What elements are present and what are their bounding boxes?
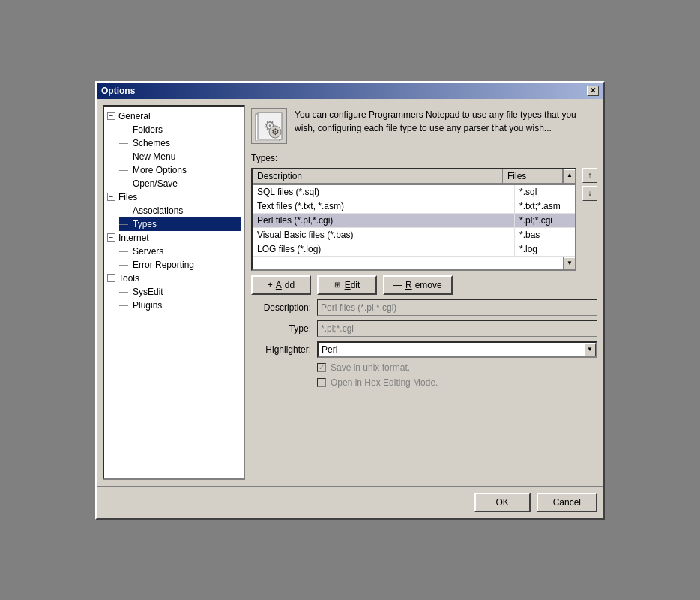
cell-description: Perl files (*.pl,*.cgi) xyxy=(253,214,515,227)
tree-connector: — xyxy=(119,258,128,272)
tree-child-label: Open/Save xyxy=(131,177,178,190)
expander-files[interactable]: − xyxy=(107,193,115,201)
scrollbar-down-btn[interactable]: ▼ xyxy=(564,257,575,269)
edit-button[interactable]: ⊞ Edit xyxy=(317,275,377,295)
types-label: Types: xyxy=(251,153,597,164)
cell-files: *.sql xyxy=(515,185,575,199)
tree-root-tools[interactable]: −Tools xyxy=(107,272,241,285)
tree-group-general: −General—Folders—Schemes—New Menu—More O… xyxy=(107,110,241,190)
add-icon: + xyxy=(268,280,273,290)
expander-tools[interactable]: − xyxy=(107,274,115,282)
close-button[interactable]: ✕ xyxy=(587,86,599,96)
type-row: Type: xyxy=(251,320,597,337)
type-label: Type: xyxy=(251,323,311,334)
table-header: Description Files ▲ xyxy=(253,170,575,185)
table-row[interactable]: SQL files (*.sql) *.sql xyxy=(253,185,575,200)
tree-group-label-internet: Internet xyxy=(118,231,149,244)
tree-root-files[interactable]: −Files xyxy=(107,190,241,204)
ok-button[interactable]: OK xyxy=(474,493,531,512)
tree-connector: — xyxy=(119,218,128,231)
tree-root-internet[interactable]: −Internet xyxy=(107,231,241,244)
right-panel: ⚙ ⚙ You can configure Programmers Notepa… xyxy=(251,105,597,480)
tree-children-internet: —Servers—Error Reporting xyxy=(107,244,241,272)
tree-child-label: Error Reporting xyxy=(131,258,194,272)
cancel-button[interactable]: Cancel xyxy=(537,493,597,512)
checkbox-unix[interactable]: ✓ xyxy=(317,363,326,372)
dialog-title: Options xyxy=(101,86,135,96)
highlighter-dropdown-arrow[interactable]: ▼ xyxy=(584,343,596,356)
cell-files: *.bas xyxy=(515,228,575,242)
svg-text:⚙: ⚙ xyxy=(271,127,280,137)
table-row[interactable]: Visual Basic files (*.bas) *.bas xyxy=(253,228,575,242)
options-dialog: Options ✕ −General—Folders—Schemes—New M… xyxy=(95,81,605,520)
tree-connector: — xyxy=(119,164,128,177)
highlighter-select[interactable]: Perl ▼ xyxy=(317,341,597,358)
tree-item-plugins[interactable]: —Plugins xyxy=(119,298,241,312)
tree-item-schemes[interactable]: —Schemes xyxy=(119,136,241,150)
tree-group-label-tools: Tools xyxy=(118,272,139,285)
cell-files: *.txt;*.asm xyxy=(515,200,575,213)
sort-down-btn[interactable]: ↓ xyxy=(582,186,597,201)
checkbox-hex[interactable] xyxy=(317,378,326,387)
tree-connector: — xyxy=(119,177,128,190)
cell-files: *.log xyxy=(515,242,575,256)
dialog-body: −General—Folders—Schemes—New Menu—More O… xyxy=(97,99,603,486)
tree-item-error-reporting[interactable]: —Error Reporting xyxy=(119,258,241,272)
add-button[interactable]: + Add xyxy=(251,275,311,295)
tree-group-internet: −Internet—Servers—Error Reporting xyxy=(107,231,241,272)
table-row[interactable]: LOG files (*.log) *.log xyxy=(253,242,575,256)
expander-internet[interactable]: − xyxy=(107,233,115,242)
tree-item-folders[interactable]: —Folders xyxy=(119,123,241,136)
tree-item-new-menu[interactable]: —New Menu xyxy=(119,150,241,164)
tree-item-servers[interactable]: —Servers xyxy=(119,244,241,258)
tree-root-general[interactable]: −General xyxy=(107,110,241,123)
description-label: Description: xyxy=(251,302,311,313)
col-description: Description xyxy=(253,170,503,183)
expander-general[interactable]: − xyxy=(107,112,115,120)
description-input[interactable] xyxy=(317,299,597,316)
tree-group-label-general: General xyxy=(118,110,151,123)
cell-description: LOG files (*.log) xyxy=(253,242,515,256)
tree-connector: — xyxy=(119,150,128,164)
checkbox-hex-row: Open in Hex Editing Mode. xyxy=(317,377,597,388)
type-input[interactable] xyxy=(317,320,597,337)
tree-children-files: —Associations—Types xyxy=(107,204,241,231)
tree-child-label: New Menu xyxy=(131,150,175,164)
tree-item-sysedit[interactable]: —SysEdit xyxy=(119,285,241,298)
info-icon: ⚙ ⚙ xyxy=(251,108,287,144)
tree-connector: — xyxy=(119,298,128,312)
remove-button[interactable]: — Remove xyxy=(383,275,453,295)
edit-icon: ⊞ xyxy=(334,280,340,289)
cell-description: SQL files (*.sql) xyxy=(253,185,515,199)
dialog-footer: OK Cancel xyxy=(97,486,603,518)
tree-item-open-save[interactable]: —Open/Save xyxy=(119,177,241,190)
tree-panel: −General—Folders—Schemes—New Menu—More O… xyxy=(103,105,245,480)
cell-files: *.pl;*.cgi xyxy=(515,214,575,227)
tree-connector: — xyxy=(119,285,128,298)
highlighter-row: Highlighter: Perl ▼ xyxy=(251,341,597,358)
col-files: Files xyxy=(503,170,563,183)
highlighter-label: Highlighter: xyxy=(251,344,311,355)
sort-arrows: ↑ ↓ xyxy=(582,168,597,201)
tree-group-tools: −Tools—SysEdit—Plugins xyxy=(107,272,241,312)
tree-connector: — xyxy=(119,136,128,150)
title-bar: Options ✕ xyxy=(97,82,603,99)
sort-up-btn[interactable]: ↑ xyxy=(582,168,597,183)
checkbox-unix-row: ✓ Save in unix format. xyxy=(317,362,597,373)
table-row[interactable]: Perl files (*.pl,*.cgi) *.pl;*.cgi xyxy=(253,214,575,228)
tree-group-label-files: Files xyxy=(118,190,137,204)
scrollbar-up-btn[interactable]: ▲ xyxy=(564,170,576,182)
table-row[interactable]: Text files (*.txt, *.asm) *.txt;*.asm xyxy=(253,200,575,214)
action-buttons: + Add ⊞ Edit — Remove xyxy=(251,275,597,295)
tree-child-label: Associations xyxy=(131,204,183,218)
tree-item-more-options[interactable]: —More Options xyxy=(119,164,241,177)
tree-group-files: −Files—Associations—Types xyxy=(107,190,241,231)
description-row: Description: xyxy=(251,299,597,316)
tree-connector: — xyxy=(119,244,128,258)
tree-children-general: —Folders—Schemes—New Menu—More Options—O… xyxy=(107,123,241,190)
tree-child-label: Servers xyxy=(131,244,163,258)
tree-item-types[interactable]: —Types xyxy=(119,218,241,231)
cell-description: Text files (*.txt, *.asm) xyxy=(253,200,515,213)
tree-item-associations[interactable]: —Associations xyxy=(119,204,241,218)
table-body: SQL files (*.sql) *.sql Text files (*.tx… xyxy=(253,185,575,269)
